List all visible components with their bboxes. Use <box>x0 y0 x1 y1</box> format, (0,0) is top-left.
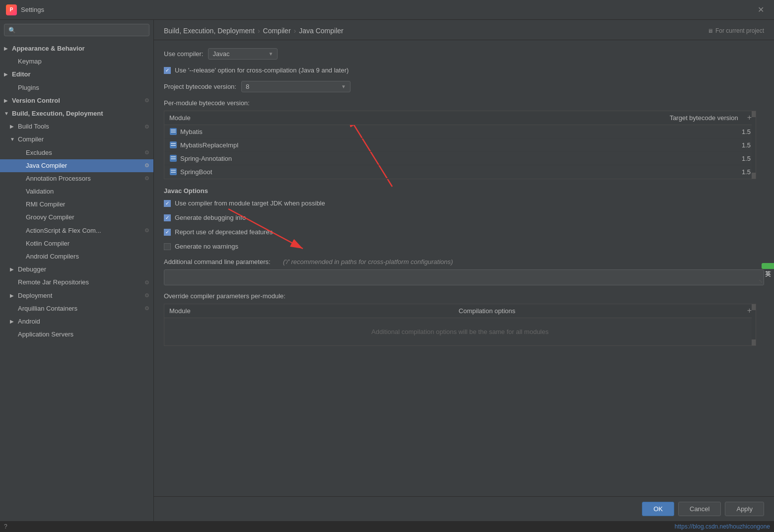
sidebar-item-annotation-processors[interactable]: Annotation Processors ⚙ <box>0 172 153 185</box>
sidebar-item-label: Build Tools <box>18 122 142 131</box>
sidebar-item-kotlin-compiler[interactable]: Kotlin Compiler <box>0 237 153 250</box>
window-title: Settings <box>21 6 44 13</box>
checkbox-use-compiler[interactable]: ✓ <box>164 200 171 207</box>
settings-icon: ⚙ <box>144 149 149 156</box>
sidebar-item-label: Build, Execution, Deployment <box>12 109 149 118</box>
sidebar-item-compiler[interactable]: ▼ Compiler <box>0 133 153 146</box>
chevron-down-icon: ▼ <box>341 84 346 89</box>
checkbox-generate-debug[interactable]: ✓ <box>164 214 171 221</box>
module-name: MybatisReplaceImpl <box>180 141 641 149</box>
sidebar-item-plugins[interactable]: Plugins <box>0 81 153 94</box>
checkbox-no-warnings[interactable] <box>164 243 171 250</box>
cross-compilation-row[interactable]: ✓ Use '--release' option for cross-compi… <box>164 66 764 74</box>
cross-compilation-checkbox[interactable]: ✓ <box>164 67 171 74</box>
module-version: 1.5 <box>641 155 751 162</box>
sidebar-item-label: Debugger <box>18 265 149 274</box>
sidebar-item-label: ActionScript & Flex Com... <box>26 226 142 235</box>
table-header: Module Target bytecode version + <box>164 111 756 125</box>
module-name: Spring-Annotation <box>180 155 641 162</box>
breadcrumb-project: 🖥 For current project <box>707 27 764 34</box>
sidebar-item-appearance[interactable]: ▶ Appearance & Behavior <box>0 42 153 55</box>
cmd-params-row: Additional command line parameters: ('/'… <box>164 258 764 266</box>
sidebar-item-android-compilers[interactable]: Android Compilers <box>0 250 153 263</box>
status-link: https://blog.csdn.net/houzhicongone <box>675 523 770 530</box>
compiler-select[interactable]: Javac ▼ <box>208 48 278 60</box>
sidebar-item-groovy-compiler[interactable]: Groovy Compiler <box>0 211 153 224</box>
sidebar-item-editor[interactable]: ▶ Editor <box>0 68 153 81</box>
javac-option-4[interactable]: Generate no warnings <box>164 243 764 250</box>
main-layout: 🔍 ▶ Appearance & Behavior Keymap ▶ Edito… <box>0 20 774 521</box>
scroll-down-button[interactable] <box>752 173 756 179</box>
module-icon <box>169 168 177 176</box>
scroll-down-button[interactable] <box>752 339 756 345</box>
settings-icon: ⚙ <box>144 162 149 169</box>
override-label: Override compiler parameters per-module: <box>164 292 764 300</box>
project-icon: 🖥 <box>707 28 713 34</box>
table-col-module: Module <box>164 111 634 125</box>
sidebar-item-deployment[interactable]: ▶ Deployment ⚙ <box>0 289 153 302</box>
sidebar-item-actionscript[interactable]: ActionScript & Flex Com... ⚙ <box>0 224 153 237</box>
settings-icon: ⚙ <box>144 292 149 299</box>
sidebar-item-build-tools[interactable]: ▶ Build Tools ⚙ <box>0 120 153 133</box>
breadcrumb-item-2: Compiler <box>263 27 291 35</box>
option-label: Generate debugging info <box>175 214 246 221</box>
sidebar-item-label: Editor <box>12 70 149 79</box>
bytecode-version-select[interactable]: 8 ▼ <box>241 81 351 92</box>
module-table: Module Target bytecode version + Mybatis… <box>164 111 756 179</box>
checkbox-report-deprecated[interactable]: ✓ <box>164 229 171 236</box>
help-button[interactable]: ? <box>4 523 7 530</box>
settings-icon: ⚙ <box>144 123 149 131</box>
override-col-module: Module <box>164 304 454 318</box>
arrow-icon: ▶ <box>4 97 12 104</box>
scroll-track <box>752 117 756 173</box>
sidebar-item-application-servers[interactable]: Application Servers <box>0 328 153 341</box>
language-toggle-button[interactable]: 英 <box>762 263 774 269</box>
search-icon: 🔍 <box>8 27 16 34</box>
sidebar-item-label: Validation <box>26 187 149 196</box>
sidebar-item-build-execution[interactable]: ▼ Build, Execution, Deployment <box>0 107 153 120</box>
sidebar-item-excludes[interactable]: Excludes ⚙ <box>0 146 153 159</box>
search-input[interactable] <box>19 26 145 34</box>
sidebar-item-debugger[interactable]: ▶ Debugger <box>0 263 153 276</box>
sidebar: 🔍 ▶ Appearance & Behavior Keymap ▶ Edito… <box>0 20 154 521</box>
sidebar-item-version-control[interactable]: ▶ Version Control ⚙ <box>0 94 153 107</box>
sidebar-item-arquillian[interactable]: Arquillian Containers ⚙ <box>0 302 153 315</box>
table-row[interactable]: SpringBoot 1.5 <box>164 165 756 179</box>
module-name: Mybatis <box>180 128 641 135</box>
javac-option-2[interactable]: ✓ Generate debugging info <box>164 214 764 221</box>
sidebar-item-rmi-compiler[interactable]: RMI Compiler <box>0 198 153 211</box>
javac-option-3[interactable]: ✓ Report use of deprecated features <box>164 228 764 236</box>
close-button[interactable]: ✕ <box>754 3 768 16</box>
sidebar-item-java-compiler[interactable]: Java Compiler ⚙ <box>0 159 153 172</box>
table-row[interactable]: Spring-Annotation 1.5 <box>164 152 756 165</box>
sidebar-item-remote-jar[interactable]: Remote Jar Repositories ⚙ <box>0 276 153 289</box>
search-box[interactable]: 🔍 <box>4 24 149 36</box>
scroll-up-button[interactable] <box>752 304 756 310</box>
sidebar-item-label: Deployment <box>18 291 142 300</box>
arrow-icon: ▼ <box>4 110 12 117</box>
arrow-icon: ▶ <box>10 266 18 273</box>
javac-option-1[interactable]: ✓ Use compiler from module target JDK wh… <box>164 200 764 207</box>
cmd-input[interactable]: ⤡ <box>164 269 764 285</box>
override-scrollbar[interactable] <box>752 304 756 345</box>
scroll-up-button[interactable] <box>752 111 756 117</box>
sidebar-item-android[interactable]: ▶ Android <box>0 315 153 328</box>
cmd-note: ('/' recommended in paths for cross-plat… <box>283 258 453 266</box>
table-scrollbar[interactable] <box>752 111 756 179</box>
sidebar-item-label: Plugins <box>18 83 149 92</box>
table-row[interactable]: Mybatis 1.5 <box>164 125 756 138</box>
ok-button[interactable]: OK <box>642 502 674 516</box>
sidebar-item-validation[interactable]: Validation <box>0 185 153 198</box>
sidebar-item-keymap[interactable]: Keymap <box>0 55 153 68</box>
sidebar-item-label: Groovy Compiler <box>26 213 149 222</box>
apply-button[interactable]: Apply <box>725 502 764 516</box>
cancel-button[interactable]: Cancel <box>678 502 721 516</box>
use-compiler-label: Use compiler: <box>164 50 203 58</box>
module-name: SpringBoot <box>180 168 641 176</box>
arrow-icon: ▶ <box>10 292 18 299</box>
cross-compilation-label: Use '--release' option for cross-compila… <box>175 66 349 74</box>
javac-options: ✓ Use compiler from module target JDK wh… <box>164 200 764 250</box>
settings-icon: ⚙ <box>144 97 149 104</box>
table-row[interactable]: MybatisReplaceImpl 1.5 <box>164 138 756 152</box>
breadcrumb-project-label: For current project <box>715 27 764 34</box>
